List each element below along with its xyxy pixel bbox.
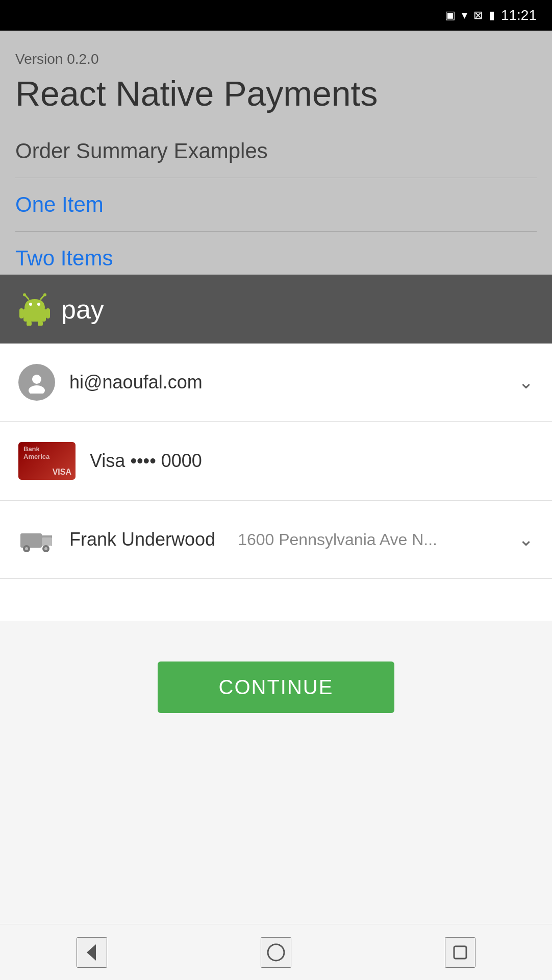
card-brand-icon: VISA xyxy=(53,468,71,477)
svg-point-3 xyxy=(43,293,46,296)
divider-2 xyxy=(15,231,537,232)
account-email: hi@naoufal.com xyxy=(69,372,504,393)
wifi-icon: ▾ xyxy=(462,9,467,22)
continue-button[interactable]: CONTINUE xyxy=(158,662,395,713)
status-bar: ▣ ▾ ⊠ ▮ 11:21 xyxy=(0,0,552,31)
app-title: React Native Payments xyxy=(15,74,537,113)
shipping-row[interactable]: Frank Underwood 1600 Pennsylvania Ave N.… xyxy=(0,501,552,579)
shipping-name: Frank Underwood xyxy=(69,529,215,550)
card-label: Visa •••• 0000 xyxy=(90,450,202,472)
section-title: Order Summary Examples xyxy=(15,139,537,163)
pay-logo-text: pay xyxy=(61,294,104,325)
home-button[interactable] xyxy=(261,937,291,968)
home-icon xyxy=(266,942,286,963)
svg-point-17 xyxy=(25,547,28,550)
svg-rect-10 xyxy=(38,321,43,326)
status-time: 11:21 xyxy=(501,7,537,23)
svg-rect-6 xyxy=(23,308,46,322)
account-row[interactable]: hi@naoufal.com ⌄ xyxy=(0,344,552,422)
back-button[interactable] xyxy=(77,937,107,968)
pay-header: pay xyxy=(0,275,552,344)
avatar xyxy=(18,364,55,401)
svg-point-21 xyxy=(268,944,284,961)
signal-icon: ⊠ xyxy=(473,9,483,22)
shipping-address: 1600 Pennsylvania Ave N... xyxy=(238,530,437,549)
svg-point-4 xyxy=(29,303,32,306)
card-image: BankAmerica VISA xyxy=(18,442,76,480)
version-label: Version 0.2.0 xyxy=(15,51,537,67)
shipping-icon xyxy=(18,521,55,558)
svg-point-19 xyxy=(44,547,47,550)
android-logo-icon xyxy=(18,293,51,326)
svg-rect-7 xyxy=(19,308,23,318)
shipping-chevron-icon[interactable]: ⌄ xyxy=(518,529,534,550)
svg-rect-9 xyxy=(27,321,32,326)
truck-icon xyxy=(20,527,53,552)
pay-sheet: pay hi@naoufal.com ⌄ BankAmerica VISA xyxy=(0,275,552,938)
svg-rect-13 xyxy=(20,533,42,548)
divider-1 xyxy=(15,178,537,178)
recents-button[interactable] xyxy=(445,937,475,968)
svg-marker-20 xyxy=(87,944,96,961)
vibrate-icon: ▣ xyxy=(445,9,456,22)
status-icons: ▣ ▾ ⊠ ▮ 11:21 xyxy=(445,7,537,23)
chevron-down-icon[interactable]: ⌄ xyxy=(518,372,534,393)
recents-icon xyxy=(450,942,470,963)
svg-rect-15 xyxy=(42,537,52,546)
one-item-link[interactable]: One Item xyxy=(15,192,537,217)
battery-icon: ▮ xyxy=(489,9,495,22)
svg-point-11 xyxy=(32,375,41,384)
pay-content: hi@naoufal.com ⌄ BankAmerica VISA Visa •… xyxy=(0,344,552,621)
svg-point-2 xyxy=(23,293,26,296)
back-icon xyxy=(82,942,102,963)
svg-rect-22 xyxy=(454,946,466,959)
two-items-link[interactable]: Two Items xyxy=(15,246,537,271)
person-icon xyxy=(26,371,48,394)
card-row[interactable]: BankAmerica VISA Visa •••• 0000 xyxy=(0,422,552,501)
nav-bar xyxy=(0,924,552,980)
svg-rect-8 xyxy=(46,308,50,318)
svg-point-5 xyxy=(37,303,40,306)
continue-area: CONTINUE xyxy=(0,621,552,939)
svg-point-12 xyxy=(29,385,45,394)
